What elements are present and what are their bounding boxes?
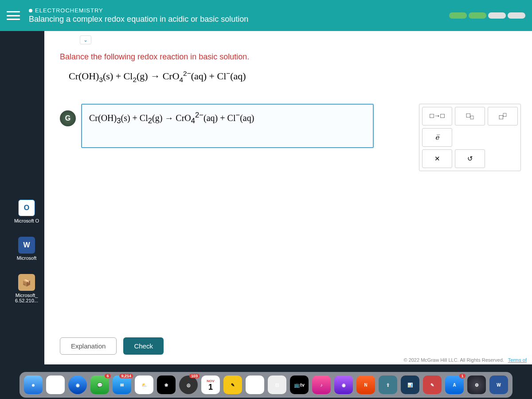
palette-arrow-button[interactable]: □→□: [422, 107, 452, 125]
grammarly-badge[interactable]: G: [60, 110, 76, 126]
page-title: Balancing a complex redox equation in ac…: [29, 15, 248, 24]
dock-stocks[interactable]: 📊: [401, 376, 419, 394]
dock-safari[interactable]: ◉: [68, 376, 87, 394]
progress-indicator: [449, 12, 525, 19]
dock-switch[interactable]: ⊡: [268, 376, 286, 394]
package-icon: 📦: [18, 274, 35, 291]
dock-weather[interactable]: ⛅: [135, 376, 153, 394]
terms-link[interactable]: Terms of: [508, 357, 527, 363]
dock-messages[interactable]: 💬6: [90, 376, 109, 394]
outlook-icon: O: [18, 200, 35, 216]
dock-tv[interactable]: 📺tv: [290, 376, 309, 394]
palette-electron-button[interactable]: e̅: [422, 128, 452, 147]
appstore-badge: 1: [459, 374, 466, 378]
package-label-1: Microsoft_: [15, 293, 38, 298]
dock-news[interactable]: N: [356, 376, 375, 394]
menu-icon[interactable]: [7, 11, 20, 20]
footer-legal: © 2022 McGraw Hill LLC. All Rights Reser…: [403, 357, 527, 363]
dock-mail[interactable]: ✉9,214: [113, 376, 131, 394]
dock-launchpad[interactable]: ▦: [46, 376, 65, 394]
problem-equation: Cr(OH)3(s) + Cl2(g) → CrO42−(aq) + Cl−(a…: [60, 70, 521, 84]
chevron-down-icon[interactable]: ⌄: [80, 35, 91, 44]
palette-superscript-button[interactable]: □□: [488, 107, 518, 125]
dock-app2[interactable]: ✎: [423, 376, 442, 394]
desktop-package[interactable]: 📦 Microsoft_ 6.52.210...: [15, 274, 38, 303]
desktop-outlook[interactable]: O Microsoft O: [14, 200, 39, 223]
dock-reminders[interactable]: ☰: [246, 376, 264, 394]
dock-finder[interactable]: ☻: [24, 376, 43, 394]
dock-podcasts[interactable]: ◉: [334, 376, 353, 394]
symbol-palette: □→□ □□ □□ e̅ ✕ ↺: [419, 104, 521, 171]
explanation-button[interactable]: Explanation: [60, 337, 117, 355]
palette-undo-button[interactable]: ↺: [455, 149, 485, 168]
dock-app1[interactable]: ⇪: [379, 376, 397, 394]
dock-appstore[interactable]: A1: [445, 376, 464, 394]
dock-photos[interactable]: ❀: [157, 376, 176, 394]
mail-badge: 9,214: [119, 374, 133, 378]
package-label-2: 6.52.210...: [15, 298, 38, 303]
header-text: ELECTROCHEMISTRY Balancing a complex red…: [29, 7, 248, 24]
word-icon: W: [18, 237, 35, 254]
cal-day: 1: [208, 383, 213, 391]
dock-word[interactable]: W: [489, 376, 508, 394]
word-label: Microsoft: [17, 255, 37, 261]
camera-badge: 103: [189, 374, 200, 378]
copyright-text: © 2022 McGraw Hill LLC. All Rights Reser…: [403, 357, 504, 363]
category-label: ELECTROCHEMISTRY: [29, 7, 248, 14]
messages-badge: 6: [105, 374, 111, 378]
dock-settings[interactable]: ⚙: [467, 376, 486, 394]
dock-music[interactable]: ♪: [312, 376, 331, 394]
outlook-label: Microsoft O: [14, 218, 39, 223]
check-button[interactable]: Check: [123, 337, 164, 355]
answer-input[interactable]: Cr(OH)3(s) + Cl2(g) → CrO42−(aq) + Cl−(a…: [81, 104, 374, 148]
problem-prompt: Balance the following redox reaction in …: [60, 52, 521, 62]
dock-camera[interactable]: ◎103: [179, 376, 198, 394]
dock-calendar[interactable]: NOV 1: [201, 376, 220, 394]
dock: ☻ ▦ ◉ 💬6 ✉9,214 ⛅ ❀ ◎103 NOV 1 ✎ ☰ ⊡ 📺tv…: [20, 372, 512, 398]
desktop-word[interactable]: W Microsoft: [17, 237, 37, 261]
palette-clear-button[interactable]: ✕: [422, 149, 452, 168]
content-card: ⌄ Balance the following redox reaction i…: [44, 31, 532, 364]
dock-notes[interactable]: ✎: [223, 376, 242, 394]
palette-subscript-button[interactable]: □□: [455, 107, 485, 125]
